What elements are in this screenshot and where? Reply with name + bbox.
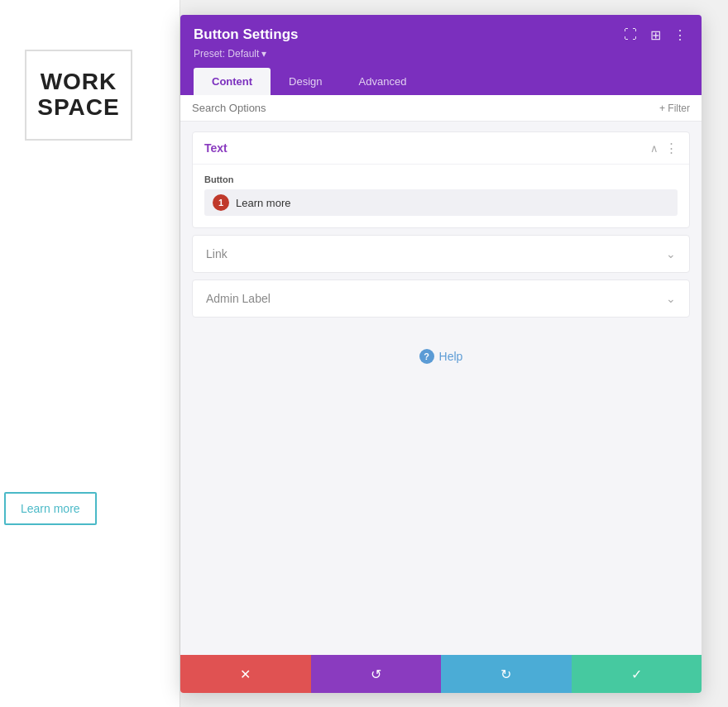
admin-label-section-header[interactable]: Admin Label ⌄ [193, 280, 689, 317]
modal-header: Button Settings ⛶ ⊞ ⋮ Preset: Default ▾ … [180, 15, 702, 95]
text-section-title: Text [204, 141, 228, 155]
modal-header-top: Button Settings ⛶ ⊞ ⋮ [194, 26, 688, 43]
reset-icon: ↺ [371, 666, 381, 682]
help-area[interactable]: ? Help [192, 324, 690, 389]
button-text-input[interactable] [236, 197, 669, 209]
filter-label: + Filter [659, 103, 690, 114]
link-section-title: Link [206, 247, 228, 260]
canvas-area: WORKSPACE Learn more [0, 0, 180, 707]
fullscreen-icon[interactable]: ⛶ [622, 26, 639, 43]
cancel-button[interactable]: ✕ [180, 655, 311, 693]
tab-design[interactable]: Design [271, 68, 340, 95]
modal-tabs: Content Design Advanced [194, 68, 688, 95]
modal-preset[interactable]: Preset: Default ▾ [194, 48, 688, 60]
columns-icon[interactable]: ⊞ [647, 26, 663, 43]
link-section-card: Link ⌄ [192, 235, 690, 273]
modal-panel: Button Settings ⛶ ⊞ ⋮ Preset: Default ▾ … [180, 15, 702, 693]
help-label: Help [439, 350, 463, 363]
text-section-card: Text ∧ ⋮ Button 1 [192, 131, 690, 228]
modal-header-icons: ⛶ ⊞ ⋮ [622, 26, 688, 43]
admin-label-section-title: Admin Label [206, 292, 271, 305]
admin-label-chevron-icon: ⌄ [666, 292, 676, 305]
text-collapse-icon[interactable]: ∧ [650, 142, 659, 155]
workspace-logo: WORKSPACE [25, 50, 132, 141]
search-input[interactable] [192, 102, 659, 114]
admin-label-section-card: Admin Label ⌄ [192, 279, 690, 318]
modal-footer: ✕ ↺ ↻ ✓ [180, 655, 702, 693]
learn-more-button[interactable]: Learn more [4, 492, 97, 525]
workspace-logo-text: WORKSPACE [37, 69, 119, 121]
button-field-label: Button [204, 174, 678, 184]
link-section-header[interactable]: Link ⌄ [193, 236, 689, 272]
redo-button[interactable]: ↻ [441, 655, 572, 693]
save-icon: ✓ [631, 666, 642, 682]
field-badge: 1 [213, 194, 229, 211]
reset-button[interactable]: ↺ [311, 655, 442, 693]
filter-button[interactable]: + Filter [659, 103, 690, 114]
modal-title: Button Settings [194, 26, 299, 43]
save-button[interactable]: ✓ [572, 655, 702, 693]
preset-label: Preset: Default [194, 48, 259, 60]
more-icon[interactable]: ⋮ [672, 26, 688, 43]
text-section-header[interactable]: Text ∧ ⋮ [193, 132, 689, 164]
tab-advanced[interactable]: Advanced [341, 68, 425, 95]
content-inner: Text ∧ ⋮ Button 1 Link [180, 122, 702, 399]
button-field-row: 1 [204, 189, 678, 216]
text-menu-icon[interactable]: ⋮ [665, 141, 678, 155]
cancel-icon: ✕ [240, 666, 251, 682]
preset-arrow: ▾ [261, 48, 266, 60]
text-section-content: Button 1 [193, 164, 689, 227]
modal-body: + Filter Text ∧ ⋮ Button 1 [180, 95, 702, 655]
help-icon: ? [419, 349, 434, 364]
text-section-header-icons: ∧ ⋮ [650, 141, 678, 155]
tab-content[interactable]: Content [194, 68, 271, 95]
search-bar: + Filter [180, 95, 702, 122]
link-chevron-icon: ⌄ [666, 247, 676, 260]
redo-icon: ↻ [500, 666, 511, 682]
